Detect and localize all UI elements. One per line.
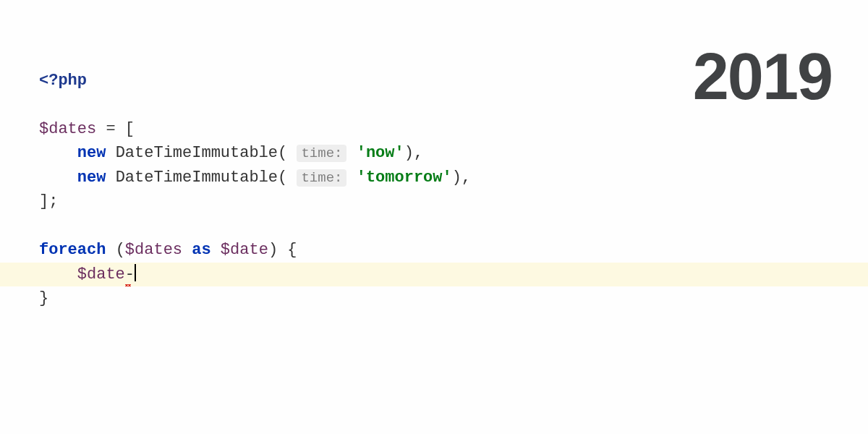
var-dates: $dates [125,241,182,259]
new-keyword: new [77,169,106,187]
foreach-keyword: foreach [39,241,106,259]
code-line-3: new DateTimeImmutable( time: 'now'), [39,141,868,165]
string-tomorrow: 'tomorrow' [357,169,452,187]
close-brace: } [39,289,48,307]
open-brace: { [287,241,297,259]
var-dates: $dates [39,120,96,138]
comma: , [414,144,423,162]
close-paren: ) [452,169,461,187]
space [106,169,115,187]
close-paren: ) [268,241,278,259]
indent [39,265,77,284]
var-date: $date [77,265,125,284]
close-paren: ) [404,144,414,162]
indent [39,169,77,187]
code-line-6: foreach ($dates as $date) { [39,238,868,262]
code-line-blank-2 [39,214,868,238]
comma: , [461,169,471,187]
param-hint: time: [297,169,346,187]
code-line-1: <?php [39,69,868,93]
close-bracket: ] [39,192,48,210]
semicolon: ; [48,192,58,210]
space [182,241,192,259]
space [346,169,356,187]
space [106,241,115,259]
php-open-tag: <?php [39,72,87,90]
code-line-7-active: $date- [0,263,868,286]
code-line-2: $dates = [ [39,117,868,141]
open-paren: ( [278,144,287,162]
classname: DateTimeImmutable [116,169,278,187]
arrow-operator: - [125,265,135,284]
classname: DateTimeImmutable [116,144,278,162]
code-line-4: new DateTimeImmutable( time: 'tomorrow')… [39,166,868,190]
space [106,144,115,162]
space [211,241,221,259]
as-keyword: as [192,241,210,259]
code-line-5: ]; [39,190,868,213]
code-line-8: } [39,286,868,310]
space [287,169,297,187]
space [287,144,297,162]
param-hint: time: [297,145,346,162]
open-paren: ( [116,241,125,259]
open-bracket: [ [125,120,135,138]
new-keyword: new [77,144,106,162]
var-date: $date [221,241,268,259]
string-now: 'now' [357,144,404,162]
indent [39,144,77,162]
open-paren: ( [278,169,287,187]
code-line-blank-1 [39,93,868,116]
text-cursor [135,264,136,281]
space [346,144,356,162]
space [278,241,287,259]
equals: = [96,120,125,138]
